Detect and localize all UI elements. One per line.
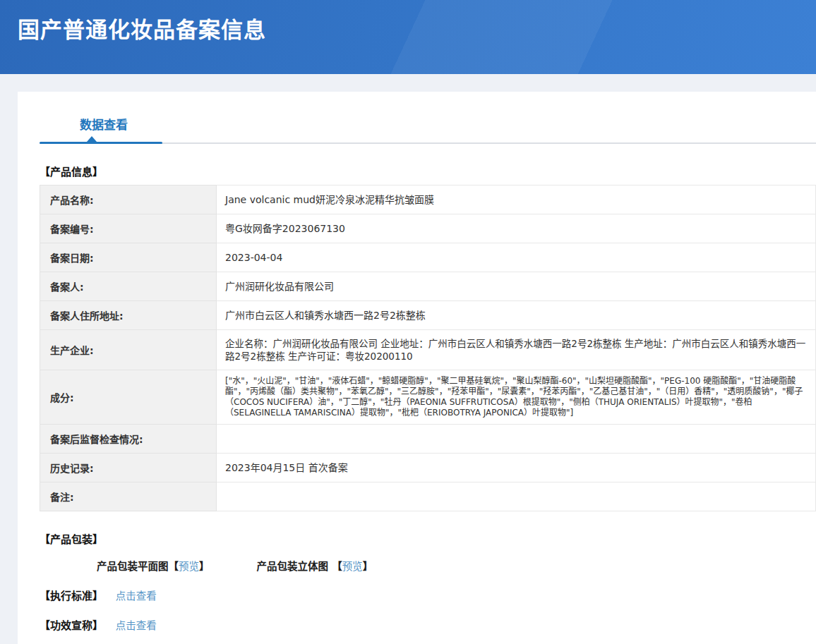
row-value: 广州市白云区人和镇秀水塘西一路2号2栋整栋 <box>217 301 816 330</box>
standard-line: 【执行标准】 点击查看 <box>40 588 816 602</box>
row-label: 成分: <box>40 370 217 425</box>
bracket-close: 】 <box>363 561 373 572</box>
packaging-stereo-label: 产品包装立体图 <box>257 561 329 572</box>
packaging-stereo-preview-link[interactable]: 预览 <box>342 561 363 572</box>
tab-bar: 数据查看 <box>40 115 816 144</box>
packaging-flat-label: 产品包装平面图 <box>97 561 169 572</box>
table-row-registrant: 备案人: 广州润研化妆品有限公司 <box>40 272 816 301</box>
packaging-flat-preview-link[interactable]: 预览 <box>179 561 199 572</box>
page-title: 国产普通化妆品备案信息 <box>0 0 816 44</box>
efficacy-click-to-view-link[interactable]: 点击查看 <box>116 620 157 631</box>
section-standard-title: 【执行标准】 <box>40 590 103 602</box>
bracket-close: 】 <box>199 561 210 572</box>
table-row-record-number: 备案编号: 粤G妆网备字2023067130 <box>40 214 816 243</box>
bracket-open: 【 <box>169 561 179 572</box>
table-row-ingredients: 成分: ["水"，"火山泥"，"甘油"，"液体石蜡"，"鲸蜡硬脂醇"，"聚二甲基… <box>40 370 816 425</box>
row-label: 备案编号: <box>40 214 217 243</box>
table-row-product-name: 产品名称: Jane volcanic mud妍泥冷泉冰泥精华抗皱面膜 <box>40 186 816 214</box>
table-row-history: 历史记录: 2023年04月15日 首次备案 <box>40 454 816 482</box>
row-label: 备案人住所地址: <box>40 301 217 330</box>
row-value: ["水"，"火山泥"，"甘油"，"液体石蜡"，"鲸蜡硬脂醇"，"聚二甲基硅氧烷"… <box>217 370 816 425</box>
tab-baseline <box>40 142 816 144</box>
packaging-flat-item: 产品包装平面图【预览】 <box>97 561 213 572</box>
standard-click-to-view-link[interactable]: 点击查看 <box>116 590 157 602</box>
row-value <box>217 482 816 511</box>
row-value: 粤G妆网备字2023067130 <box>217 214 816 243</box>
product-info-table: 产品名称: Jane volcanic mud妍泥冷泉冰泥精华抗皱面膜 备案编号… <box>40 185 816 511</box>
table-row-remarks: 备注: <box>40 482 816 511</box>
row-label: 备案人: <box>40 272 217 301</box>
section-product-info-title: 【产品信息】 <box>40 164 816 178</box>
packaging-stereo-item: 产品包装立体图 【预览】 <box>257 561 373 572</box>
content-card: 数据查看 【产品信息】 产品名称: Jane volcanic mud妍泥冷泉冰… <box>18 92 816 644</box>
row-label: 生产企业: <box>40 330 217 370</box>
table-row-record-date: 备案日期: 2023-04-04 <box>40 243 816 272</box>
tab-arrow-up-icon <box>87 136 97 142</box>
table-row-registrant-address: 备案人住所地址: 广州市白云区人和镇秀水塘西一路2号2栋整栋 <box>40 301 816 330</box>
row-value: 2023年04月15日 首次备案 <box>217 454 816 482</box>
row-label: 产品名称: <box>40 186 217 214</box>
table-row-manufacturer: 生产企业: 企业名称：广州润研化妆品有限公司 企业地址：广州市白云区人和镇秀水塘… <box>40 330 816 370</box>
row-label: 历史记录: <box>40 454 217 482</box>
packaging-line: 产品包装平面图【预览】 产品包装立体图 【预览】 <box>97 558 816 573</box>
table-row-supervision-check: 备案后监督检查情况: <box>40 425 816 454</box>
page-header: 国产普通化妆品备案信息 <box>0 0 816 74</box>
active-tab-indicator <box>40 142 162 144</box>
row-value: 2023-04-04 <box>217 243 816 272</box>
row-value <box>217 425 816 454</box>
main-container: 数据查看 【产品信息】 产品名称: Jane volcanic mud妍泥冷泉冰… <box>18 92 816 644</box>
row-value: 企业名称：广州润研化妆品有限公司 企业地址：广州市白云区人和镇秀水塘西一路2号2… <box>217 330 816 370</box>
row-value: 广州润研化妆品有限公司 <box>217 272 816 301</box>
row-value: Jane volcanic mud妍泥冷泉冰泥精华抗皱面膜 <box>217 186 816 214</box>
efficacy-line: 【功效宣称】 点击查看 <box>40 617 816 632</box>
bracket-open: 【 <box>332 561 342 572</box>
row-label: 备案日期: <box>40 243 217 272</box>
row-label: 备案后监督检查情况: <box>40 425 217 454</box>
row-label: 备注: <box>40 482 217 511</box>
tab-data-view-label: 数据查看 <box>80 118 128 132</box>
section-packaging-title: 【产品包装】 <box>40 531 816 546</box>
section-efficacy-title: 【功效宣称】 <box>40 619 103 632</box>
